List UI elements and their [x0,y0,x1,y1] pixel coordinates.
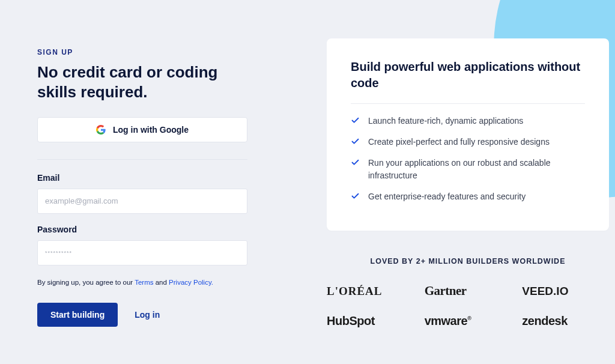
logo-zendesk: zendesk [522,314,609,328]
google-icon [96,125,106,135]
logo-loreal: L'ORÉAL [327,285,414,298]
email-label: Email [37,173,271,183]
check-icon [351,137,360,146]
email-field[interactable] [37,189,247,214]
form-divider [37,159,247,160]
feature-item: Get enterprise-ready features and securi… [351,190,585,203]
password-placeholder: ********** [45,250,72,256]
feature-text: Launch feature-rich, dynamic application… [368,115,523,127]
logo-hubspot: HubSpot [327,314,414,328]
signup-eyebrow: SIGN UP [37,48,271,56]
start-building-button[interactable]: Start building [37,303,118,327]
feature-text: Run your applications on our robust and … [368,157,585,182]
feature-list: Launch feature-rich, dynamic application… [351,115,585,203]
login-link[interactable]: Log in [135,310,160,320]
google-login-button[interactable]: Log in with Google [37,117,247,142]
consent-prefix: By signing up, you agree to our [37,279,135,286]
card-divider [351,103,585,104]
logo-vmware: vmware® [425,314,512,328]
logo-gartner: Gartner [425,284,512,299]
check-icon [351,192,360,201]
feature-item: Create pixel-perfect and fully responsiv… [351,136,585,148]
benefits-title: Build powerful web applications without … [351,59,585,91]
social-proof: LOVED BY 2+ MILLION BUILDERS WORLDWIDE L… [327,257,609,328]
page-layout: SIGN UP No credit card or coding skills … [0,0,615,364]
check-icon [351,116,360,125]
terms-link[interactable]: Terms [135,279,153,286]
social-proof-heading: LOVED BY 2+ MILLION BUILDERS WORLDWIDE [327,257,609,265]
signup-headline: No credit card or coding skills required… [37,62,253,103]
customer-logos: L'ORÉAL Gartner VEED.IO HubSpot vmware® … [327,284,609,328]
signup-panel: SIGN UP No credit card or coding skills … [0,0,308,364]
benefits-card: Build powerful web applications without … [327,38,609,231]
password-field[interactable]: ********** [37,240,247,265]
check-icon [351,158,360,167]
consent-mid: and [154,279,169,286]
logo-veed: VEED.IO [522,285,609,298]
feature-item: Run your applications on our robust and … [351,157,585,182]
consent-text: By signing up, you agree to our Terms an… [37,279,271,286]
benefits-panel: Build powerful web applications without … [308,0,615,364]
form-actions: Start building Log in [37,303,271,327]
feature-text: Get enterprise-ready features and securi… [368,190,526,203]
feature-text: Create pixel-perfect and fully responsiv… [368,136,550,148]
privacy-link[interactable]: Privacy Policy. [169,279,213,286]
google-login-label: Log in with Google [113,125,189,135]
password-label: Password [37,225,271,234]
feature-item: Launch feature-rich, dynamic application… [351,115,585,127]
